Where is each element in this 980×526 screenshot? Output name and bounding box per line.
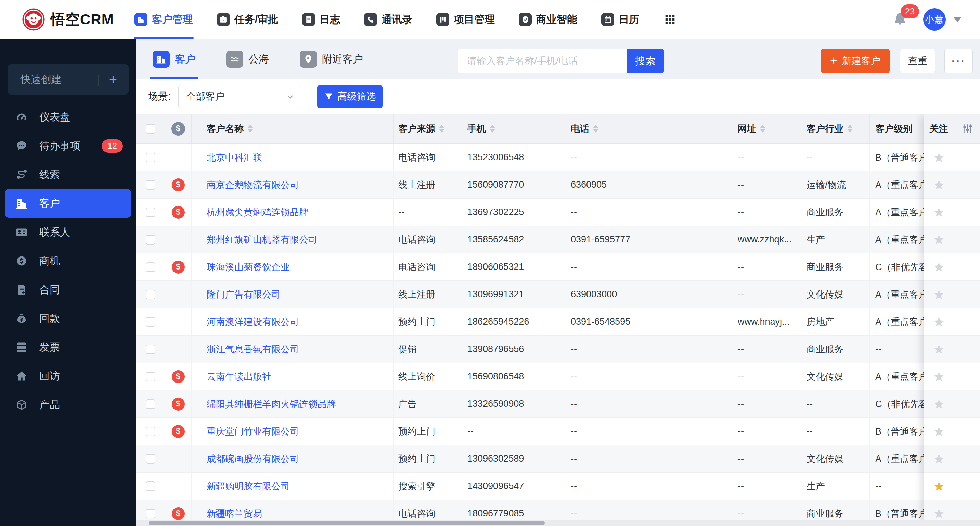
horizontal-scrollbar-thumb[interactable]: [148, 521, 545, 525]
nav-item-商业智能[interactable]: 商业智能: [519, 0, 577, 39]
follow-star-icon[interactable]: [924, 453, 954, 465]
customer-name-link[interactable]: 浙江气息香氛有限公司: [207, 343, 299, 355]
follow-star-icon[interactable]: [924, 508, 954, 520]
sidebar-item-客户[interactable]: 客户: [5, 189, 131, 218]
column-settings-button[interactable]: [954, 114, 980, 143]
avatar-caret-down-icon[interactable]: [953, 17, 961, 22]
column-header-select[interactable]: [136, 114, 165, 143]
row-checkbox[interactable]: [146, 153, 155, 162]
customer-name-link[interactable]: 杭州藏尖黄焖鸡连锁品牌: [207, 206, 308, 218]
row-checkbox[interactable]: [146, 454, 155, 464]
nav-item-日历[interactable]: 日历: [601, 0, 639, 39]
tab-公海[interactable]: 公海: [226, 39, 269, 79]
nav-item-通讯录[interactable]: 通讯录: [364, 0, 412, 39]
follow-star-icon[interactable]: [924, 152, 954, 163]
nav-item-日志[interactable]: 日志: [302, 0, 340, 39]
advanced-filter-button[interactable]: 高级筛选: [317, 85, 383, 108]
customer-name-link[interactable]: 成都碗画股份有限公司: [207, 453, 299, 465]
follow-star-icon[interactable]: [924, 234, 954, 245]
sidebar-item-合同[interactable]: 合同: [5, 275, 131, 304]
column-header-客户名称[interactable]: 客户名称: [192, 114, 393, 143]
cell-value: 房地产: [807, 316, 834, 328]
customer-name-link[interactable]: 珠海溪山菊餐饮企业: [207, 261, 290, 273]
column-header-客户行业[interactable]: 客户行业: [801, 114, 870, 143]
row-checkbox[interactable]: [146, 344, 155, 354]
row-checkbox[interactable]: [146, 180, 155, 190]
apps-grid-icon[interactable]: [663, 13, 677, 26]
customer-name-link[interactable]: 北京中科汇联: [207, 151, 262, 164]
nav-item-任务/审批[interactable]: 任务/审批: [217, 0, 278, 39]
sort-arrows-icon[interactable]: [248, 125, 253, 132]
customer-name-link[interactable]: 河南澳洋建设有限公司: [207, 316, 299, 328]
row-checkbox[interactable]: [146, 372, 155, 381]
sidebar-item-回访[interactable]: 回访: [5, 362, 131, 391]
new-customer-button[interactable]: + 新建客户: [821, 49, 890, 73]
row-checkbox[interactable]: [146, 317, 155, 327]
column-header-手机[interactable]: 手机: [462, 114, 563, 143]
column-header-网址[interactable]: 网址: [733, 114, 801, 143]
column-header-money[interactable]: $: [165, 114, 192, 143]
sliders-icon: [961, 123, 973, 134]
row-checkbox[interactable]: [146, 262, 155, 272]
sidebar-item-线索[interactable]: 线索: [5, 160, 131, 189]
search-button[interactable]: 搜索: [627, 49, 664, 73]
follow-star-icon[interactable]: [924, 343, 954, 355]
column-header-电话[interactable]: 电话: [563, 114, 733, 143]
follow-star-icon[interactable]: [924, 371, 954, 383]
more-actions-button[interactable]: ···: [944, 49, 973, 73]
sidebar-item-仪表盘[interactable]: 仪表盘: [5, 103, 131, 132]
cell-value: 6360905: [571, 179, 607, 190]
sidebar-item-回款[interactable]: 回款: [5, 304, 131, 333]
column-label: 手机: [468, 123, 486, 135]
sort-arrows-icon[interactable]: [760, 125, 765, 132]
quick-create-button[interactable]: 快速创建 | +: [8, 64, 129, 94]
customer-name-link[interactable]: 新疆喀兰贸易: [207, 507, 262, 520]
sort-arrows-icon[interactable]: [439, 125, 444, 132]
sidebar-item-产品[interactable]: 产品: [5, 391, 131, 419]
sidebar-item-待办事项[interactable]: 待办事项12: [5, 132, 131, 160]
customer-name-link[interactable]: 新疆购明胶有限公司: [207, 480, 290, 493]
row-checkbox[interactable]: [146, 481, 155, 491]
notifications-bell-icon[interactable]: 23: [892, 12, 907, 27]
follow-star-icon[interactable]: [924, 426, 954, 437]
plus-icon[interactable]: +: [109, 73, 117, 86]
table-row: 浙江气息香氛有限公司促销13908796556----商业服务--: [136, 336, 980, 363]
follow-star-icon[interactable]: [924, 179, 954, 191]
customer-name-link[interactable]: 南京企鹅物流有限公司: [207, 179, 299, 191]
header-checkbox[interactable]: [146, 124, 155, 134]
row-checkbox[interactable]: [146, 235, 155, 244]
sidebar-item-商机[interactable]: 商机: [5, 247, 131, 275]
tab-客户[interactable]: 客户: [153, 39, 196, 79]
search-input[interactable]: [458, 49, 627, 73]
sort-arrows-icon[interactable]: [593, 125, 598, 132]
sort-arrows-icon[interactable]: [490, 125, 495, 132]
avatar[interactable]: 小蕙: [923, 8, 946, 31]
scene-select[interactable]: 全部客户: [178, 85, 301, 108]
column-header-客户来源[interactable]: 客户来源: [393, 114, 462, 143]
follow-star-icon[interactable]: [924, 207, 954, 218]
sort-arrows-icon[interactable]: [848, 125, 853, 132]
follow-star-icon[interactable]: [924, 261, 954, 273]
customer-name-link[interactable]: 隆门广告有限公司: [207, 289, 281, 301]
follow-star-icon[interactable]: [924, 316, 954, 328]
nav-item-客户管理[interactable]: 客户管理: [134, 0, 193, 39]
sidebar-item-发票[interactable]: 发票: [5, 333, 131, 362]
customer-name-link[interactable]: 云南午读出版社: [207, 371, 271, 383]
row-checkbox[interactable]: [146, 399, 155, 409]
row-checkbox[interactable]: [146, 207, 155, 217]
follow-star-icon[interactable]: [924, 480, 954, 492]
row-checkbox[interactable]: [146, 427, 155, 436]
dedupe-button[interactable]: 查重: [900, 49, 935, 73]
cell-industry: 文化传媒: [801, 363, 870, 390]
customer-name-link[interactable]: 郑州红旗矿山机器有限公司: [207, 234, 318, 246]
tab-附近客户[interactable]: 附近客户: [300, 39, 363, 79]
sidebar-item-联系人[interactable]: 联系人: [5, 218, 131, 247]
follow-star-icon[interactable]: [924, 289, 954, 300]
row-checkbox[interactable]: [146, 290, 155, 299]
customer-name-link[interactable]: 重庆堂门竹业有限公司: [207, 425, 299, 438]
nav-item-项目管理[interactable]: 项目管理: [436, 0, 495, 39]
follow-star-icon[interactable]: [924, 398, 954, 410]
advanced-filter-label: 高级筛选: [338, 90, 376, 103]
customer-name-link[interactable]: 绵阳其纯栅栏羊肉火锅连锁品牌: [207, 398, 336, 410]
row-checkbox[interactable]: [146, 509, 155, 518]
